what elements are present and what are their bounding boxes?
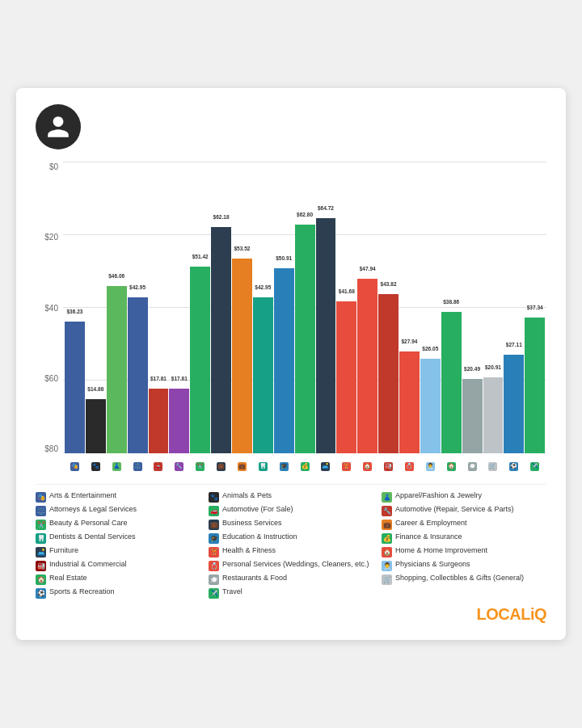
legend-item: 🎭Arts & Entertainment	[36, 491, 200, 503]
y-label-60: $60	[36, 374, 61, 383]
legend-text-3: Attorneys & Legal Services	[49, 505, 137, 515]
bar-icon-16: 💍	[405, 462, 414, 471]
bar-label-0: $36.23	[66, 309, 82, 314]
legend-text-12: Furniture	[49, 546, 78, 556]
legend-item: 🍽️Restaurants & Food	[209, 574, 373, 585]
bar-6: $51.42	[190, 267, 210, 453]
bar-14: $47.94	[357, 279, 377, 453]
legend-text-4: Automotive (For Sale)	[222, 505, 293, 515]
icon-cell-0: 🎭	[65, 462, 85, 471]
legend-text-9: Dentists & Dental Services	[49, 532, 136, 542]
bar-wrap-19: $20.49	[462, 162, 483, 453]
legend-item: 🏠Home & Home Improvement	[382, 546, 546, 558]
legend-icon-7: 💼	[209, 520, 219, 530]
bar-label-11: $62.80	[297, 212, 313, 217]
icon-cell-15: 🏭	[378, 462, 399, 471]
legend-text-5: Automotive (Repair, Service & Parts)	[395, 505, 514, 515]
bar-icon-12: 🛋️	[321, 462, 330, 471]
bar-22: $37.34	[525, 318, 545, 453]
bar-label-12: $64.72	[318, 205, 334, 211]
legend-icon-4: 🚗	[209, 506, 219, 516]
bar-icon-0: 🎭	[70, 462, 79, 471]
icon-cell-21: ⚽	[504, 462, 524, 471]
bar-label-21: $27.11	[506, 342, 522, 347]
bar-label-9: $42.95	[255, 284, 271, 290]
icon-cell-16: 💍	[399, 462, 420, 471]
bar-icon-14: 🏠	[363, 462, 372, 471]
icon-cell-5: 🔧	[169, 462, 189, 471]
bar-label-18: $38.86	[443, 299, 459, 305]
legend-icon-10: 🎓	[209, 533, 219, 544]
legend-item: 💼Business Services	[209, 519, 373, 530]
bar-21: $27.11	[504, 355, 524, 453]
bar-wrap-21: $27.11	[504, 162, 524, 453]
legend-icon-16: 💍	[209, 561, 219, 571]
bar-15: $43.82	[378, 294, 399, 453]
bar-label-3: $42.95	[129, 284, 146, 290]
bar-icon-20: 🛒	[488, 462, 497, 471]
brand: LOCALiQ	[36, 605, 546, 624]
legend-text-16: Personal Services (Weddings, Cleaners, e…	[222, 560, 369, 570]
legend-item: 🎓Education & Instruction	[209, 532, 373, 544]
bar-label-22: $37.34	[527, 305, 543, 310]
bar-9: $42.95	[253, 297, 273, 453]
bar-7: $62.18	[211, 227, 231, 453]
bar-icon-10: 🎓	[280, 462, 289, 471]
bar-label-6: $51.42	[192, 254, 209, 259]
y-label-20: $20	[36, 233, 61, 242]
legend-icon-21: ⚽	[36, 588, 46, 599]
bar-wrap-17: $26.05	[420, 162, 441, 453]
bar-wrap-5: $17.81	[169, 162, 189, 453]
bar-8: $53.52	[232, 259, 252, 453]
bar-13: $41.68	[336, 301, 356, 453]
legend-item: 🏋️Health & Fitness	[209, 546, 373, 558]
legend-text-0: Arts & Entertainment	[49, 491, 116, 501]
bar-label-16: $27.94	[401, 339, 417, 344]
icon-cell-13: 🏋️	[336, 462, 356, 471]
legend-text-13: Health & Fitness	[222, 546, 276, 556]
legend-text-8: Career & Employment	[395, 519, 467, 528]
legend-icon-2: 👗	[382, 492, 392, 503]
bar-icon-18: 🏠	[447, 462, 456, 471]
bar-16: $27.94	[399, 351, 420, 453]
bar-label-10: $50.91	[276, 255, 292, 261]
bar-wrap-6: $51.42	[190, 162, 210, 453]
icon-cell-19: 🍽️	[462, 462, 483, 471]
avatar	[36, 104, 81, 149]
bar-label-8: $53.52	[234, 246, 250, 251]
legend-item: 🏭Industrial & Commercial	[36, 560, 200, 571]
legend: 🎭Arts & Entertainment🐾Animals & Pets👗App…	[36, 484, 546, 599]
legend-text-22: Travel	[222, 587, 242, 597]
legend-item: 🛒Shopping, Collectibles & Gifts (General…	[382, 574, 546, 585]
legend-icon-9: 🦷	[36, 533, 46, 544]
legend-icon-14: 🏠	[382, 547, 392, 558]
legend-item: 👗Apparel/Fashion & Jewelry	[382, 491, 546, 503]
bar-icon-13: 🏋️	[342, 462, 351, 471]
icon-cell-17: 👨‍⚕️	[420, 462, 441, 471]
legend-item: 🚗Automotive (For Sale)	[209, 505, 373, 516]
icon-cell-1: 🐾	[86, 462, 106, 471]
bar-wrap-20: $20.91	[483, 162, 504, 453]
legend-icon-22: ✈️	[209, 588, 219, 599]
icon-cell-12: 🛋️	[316, 462, 336, 471]
bar-wrap-12: $64.72	[316, 162, 336, 453]
bar-20: $20.91	[483, 377, 504, 453]
icon-cell-2: 👗	[107, 462, 127, 471]
bar-label-15: $43.82	[381, 281, 397, 287]
legend-item: 🦷Dentists & Dental Services	[36, 532, 200, 544]
chart-area: $80 $60 $40 $20 $0 $36.23$14.88$46.06$42…	[36, 162, 546, 478]
bar-icon-9: 🦷	[259, 462, 268, 471]
bar-5: $17.81	[169, 389, 189, 453]
legend-icon-0: 🎭	[36, 492, 46, 503]
bar-10: $50.91	[274, 268, 294, 453]
legend-icon-11: 💰	[382, 533, 392, 544]
bar-wrap-1: $14.88	[86, 162, 106, 453]
bar-wrap-9: $42.95	[253, 162, 273, 453]
legend-icon-3: ⚖️	[36, 506, 46, 516]
bar-label-20: $20.91	[485, 364, 501, 370]
legend-text-20: Shopping, Collectibles & Gifts (General)	[395, 574, 524, 583]
bar-wrap-3: $42.95	[128, 162, 148, 453]
legend-text-11: Finance & Insurance	[395, 532, 462, 542]
legend-text-21: Sports & Recreation	[49, 587, 115, 597]
bar-label-13: $41.68	[339, 288, 355, 294]
